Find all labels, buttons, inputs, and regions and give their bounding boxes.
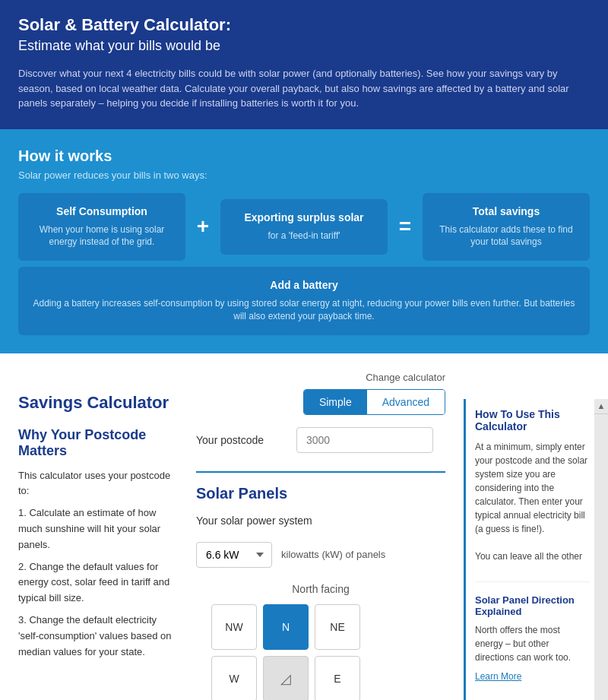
dir-e[interactable]: E	[315, 656, 360, 700]
solar-panels-title: Solar Panels	[196, 471, 445, 502]
kw-select[interactable]: 6.6 kW 1.5 kW 2 kW 3 kW 4 kW 5 kW 8 kW 1…	[196, 542, 272, 568]
solar-panels-section: Solar Panels Your solar power system 6.6…	[196, 471, 445, 700]
how-to-use-title: How To Use This Calculator	[475, 408, 590, 432]
direction-grid: NW N NE W ◿ E SW S SE	[211, 604, 445, 700]
change-calc-label: Change calculator	[366, 372, 445, 383]
dir-compass: ◿	[263, 656, 309, 700]
toggle-buttons: Simple Advanced	[303, 389, 445, 415]
card-ts-desc: This calculator adds these to find your …	[432, 223, 581, 249]
sidebar-intro: This calculator uses your postcode to:	[18, 468, 178, 500]
main-outer: Savings Calculator Change calculator Sim…	[0, 353, 608, 700]
card-battery-desc: Adding a battery increases self-consumpt…	[27, 297, 581, 323]
operator-equals: =	[394, 214, 416, 239]
card-ts-title: Total savings	[432, 205, 581, 217]
sidebar-body: This calculator uses your postcode to: 1…	[18, 468, 178, 660]
sidebar-point-2: 2. Change the default values for energy …	[18, 559, 178, 607]
simple-button[interactable]: Simple	[304, 390, 367, 414]
card-exporting: Exporting surplus solar for a 'feed-in t…	[220, 199, 388, 255]
solar-dir-explained-title: Solar Panel Direction Explained	[475, 594, 590, 617]
right-panel-content: How To Use This Calculator At a minimum,…	[466, 399, 608, 700]
card-sc-desc: When your home is using solar energy ins…	[27, 223, 176, 249]
how-it-works-section: How it works Solar power reduces your bi…	[0, 129, 608, 353]
card-battery: Add a battery Adding a battery increases…	[18, 267, 590, 335]
how-it-works-subtitle: Solar power reduces your bills in two wa…	[18, 169, 590, 181]
right-info-panel: ▲ ▼ How To Use This Calculator At a mini…	[464, 399, 608, 700]
direction-label: North facing	[196, 583, 445, 595]
advanced-button[interactable]: Advanced	[367, 390, 445, 414]
solar-field-group: Your solar power system	[196, 515, 445, 527]
card-exp-desc: for a 'feed-in tariff'	[230, 230, 378, 242]
direction-section: North facing NW N NE W ◿ E SW S SE	[196, 583, 445, 700]
scroll-up-arrow[interactable]: ▲	[594, 399, 608, 414]
postcode-matters-title: Why Your Postcode Matters	[18, 427, 178, 459]
postcode-field-group: Your postcode	[196, 427, 445, 453]
postcode-input[interactable]	[296, 427, 433, 453]
header-title: Solar & Battery Calculator:	[18, 15, 590, 35]
two-col-layout: Why Your Postcode Matters This calculato…	[0, 415, 464, 700]
card-total-savings: Total savings This calculator adds these…	[423, 193, 590, 261]
savings-header: Savings Calculator Change calculator Sim…	[0, 353, 464, 415]
solar-dir-body: North offers the most energy – but other…	[475, 623, 590, 664]
learn-more-link[interactable]: Learn More	[475, 671, 521, 682]
postcode-label: Your postcode	[196, 434, 287, 446]
card-exp-title: Exporting surplus solar	[230, 211, 378, 223]
left-sidebar: Why Your Postcode Matters This calculato…	[18, 415, 178, 700]
main-area: Savings Calculator Change calculator Sim…	[0, 353, 464, 700]
solar-power-label: Your solar power system	[196, 515, 312, 527]
sidebar-point-1: 1. Calculate an estimate of how much sun…	[18, 505, 178, 553]
how-it-works-title: How it works	[18, 147, 590, 165]
calculator-toggle: Change calculator Simple Advanced	[303, 372, 445, 415]
kw-unit: kilowatts (kW) of panels	[281, 549, 385, 560]
sidebar-point-3: 3. Change the default electricity 'self-…	[18, 613, 178, 660]
card-sc-title: Self Consumption	[27, 205, 176, 217]
header-subtitle: Estimate what your bills would be	[18, 38, 590, 54]
header-description: Discover what your next 4 electricity bi…	[18, 66, 590, 111]
header-section: Solar & Battery Calculator: Estimate wha…	[0, 0, 608, 129]
kw-select-group: 6.6 kW 1.5 kW 2 kW 3 kW 4 kW 5 kW 8 kW 1…	[196, 542, 445, 568]
operator-plus: +	[192, 214, 214, 239]
dir-n[interactable]: N	[263, 604, 309, 650]
savings-calculator-title: Savings Calculator	[18, 372, 169, 413]
card-self-consumption: Self Consumption When your home is using…	[18, 193, 185, 261]
dir-w[interactable]: W	[211, 656, 257, 700]
dir-ne[interactable]: NE	[315, 604, 360, 650]
right-panel-section-2: Solar Panel Direction Explained North of…	[475, 581, 590, 683]
how-to-use-body: At a minimum, simply enter your postcode…	[475, 440, 590, 563]
page-wrapper: Solar & Battery Calculator: Estimate wha…	[0, 0, 608, 700]
cards-row: Self Consumption When your home is using…	[18, 193, 590, 261]
dir-nw[interactable]: NW	[211, 604, 257, 650]
right-panel-section-1: How To Use This Calculator At a minimum,…	[475, 408, 590, 563]
card-battery-title: Add a battery	[27, 279, 581, 291]
form-col: Your postcode Solar Panels Your solar po…	[196, 415, 445, 700]
